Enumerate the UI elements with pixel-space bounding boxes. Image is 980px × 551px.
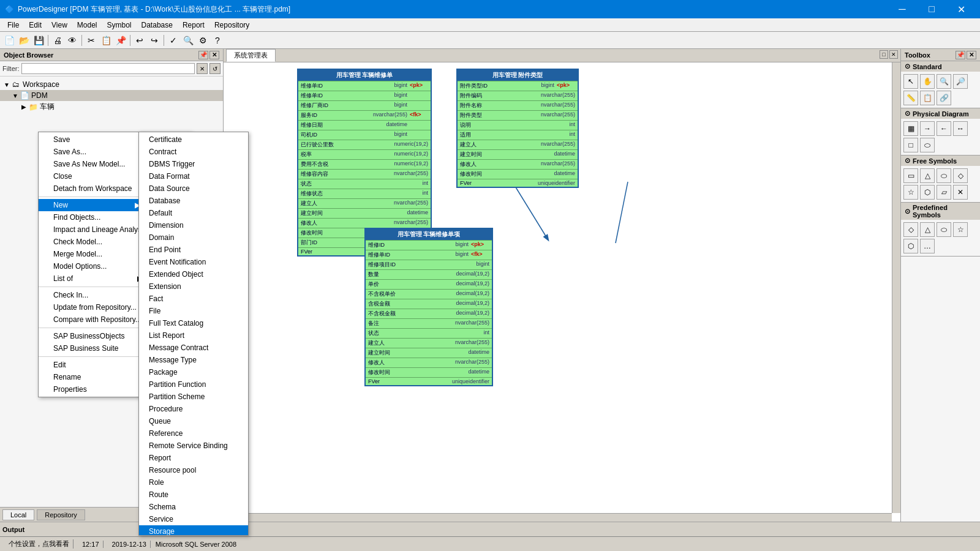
sub-data-source[interactable]: Data Source bbox=[139, 182, 248, 195]
sub-data-format[interactable]: Data Format bbox=[139, 170, 248, 182]
sub-full-text-catalog[interactable]: Full Text Catalog bbox=[139, 317, 248, 329]
h-scrollbar[interactable] bbox=[224, 513, 892, 522]
sub-partition-scheme[interactable]: Partition Scheme bbox=[139, 391, 248, 403]
tree-item-pdm[interactable]: ▼ 📄 PDM bbox=[0, 90, 223, 101]
sub-procedure[interactable]: Procedure bbox=[139, 403, 248, 415]
panel-close-btn[interactable]: ✕ bbox=[209, 51, 219, 59]
toolbar-undo[interactable]: ↩ bbox=[133, 34, 146, 47]
sub-list-report[interactable]: List Report bbox=[139, 329, 248, 342]
menu-model[interactable]: Model bbox=[72, 20, 102, 31]
sub-dimension[interactable]: Dimension bbox=[139, 219, 248, 231]
sub-dbms-trigger[interactable]: DBMS Trigger bbox=[139, 158, 248, 170]
filter-clear-btn[interactable]: ✕ bbox=[197, 63, 208, 74]
tab-local[interactable]: Local bbox=[2, 509, 34, 520]
toolbox-close-btn[interactable]: ✕ bbox=[967, 51, 976, 59]
sub-fact[interactable]: Fact bbox=[139, 293, 248, 305]
table-attachment-type[interactable]: 用车管理 附件类型 附件类型IDbigint<pk> 附件编码nvarchar(… bbox=[456, 69, 579, 188]
sub-contract[interactable]: Contract bbox=[139, 146, 248, 158]
sub-schema[interactable]: Schema bbox=[139, 501, 248, 513]
toolbar-settings[interactable]: ⚙ bbox=[196, 34, 209, 47]
sub-end-point[interactable]: End Point bbox=[139, 244, 248, 256]
tool-zoom-out[interactable]: 🔎 bbox=[953, 74, 968, 89]
tool-free-tri[interactable]: △ bbox=[920, 168, 935, 183]
tool-ellipse[interactable]: ⬭ bbox=[920, 138, 935, 152]
expand-vehicle[interactable]: ▶ bbox=[20, 103, 28, 111]
tool-note[interactable]: 📋 bbox=[920, 91, 935, 105]
sub-message-contract[interactable]: Message Contract bbox=[139, 342, 248, 354]
close-btn[interactable]: ✕ bbox=[947, 0, 975, 18]
sub-message-type[interactable]: Message Type bbox=[139, 354, 248, 366]
tool-free-para[interactable]: ▱ bbox=[937, 185, 951, 200]
sub-package[interactable]: Package bbox=[139, 366, 248, 378]
sub-resource-pool[interactable]: Resource pool bbox=[139, 464, 248, 476]
diagram-canvas[interactable]: 用车管理 车辆维修单 维修单IDbigint<pk> 维修单IDbigint 维… bbox=[224, 62, 900, 522]
toolbox-standard-header[interactable]: ⊙ Standard bbox=[901, 61, 980, 72]
sub-extension[interactable]: Extension bbox=[139, 280, 248, 293]
tool-pred-hex[interactable]: ⬡ bbox=[903, 239, 918, 253]
menu-symbol[interactable]: Symbol bbox=[102, 20, 137, 31]
tab-repository[interactable]: Repository bbox=[37, 509, 85, 520]
tool-zoom-in[interactable]: 🔍 bbox=[937, 74, 951, 89]
sub-certificate[interactable]: Certificate bbox=[139, 133, 248, 146]
tool-free-diamond[interactable]: ◇ bbox=[953, 168, 968, 183]
tool-rect[interactable]: □ bbox=[903, 138, 918, 152]
sub-partition-function[interactable]: Partition Function bbox=[139, 378, 248, 391]
minimize-btn[interactable]: ─ bbox=[888, 0, 916, 18]
tool-free-cross[interactable]: ✕ bbox=[953, 185, 968, 200]
toolbox-free-header[interactable]: ⊙ Free Symbols bbox=[901, 156, 980, 166]
table-repair-item[interactable]: 用车管理 车辆维修单项 维修IDbigint<pk> 维修单IDbigint<f… bbox=[364, 228, 493, 386]
tool-hand[interactable]: ✋ bbox=[920, 74, 935, 89]
tool-pred-tri[interactable]: △ bbox=[920, 222, 935, 237]
tool-pred-star[interactable]: ☆ bbox=[953, 222, 968, 237]
toolbar-check[interactable]: ✓ bbox=[167, 34, 180, 47]
tool-link[interactable]: 🔗 bbox=[937, 91, 951, 105]
sub-queue[interactable]: Queue bbox=[139, 415, 248, 427]
tool-free-ellipse[interactable]: ⬭ bbox=[937, 168, 951, 183]
menu-file[interactable]: File bbox=[2, 20, 24, 31]
expand-pdm[interactable]: ▼ bbox=[11, 91, 20, 100]
panel-pin-btn[interactable]: 📌 bbox=[198, 51, 208, 59]
menu-repository[interactable]: Repository bbox=[209, 20, 254, 31]
tool-pred-ellipse[interactable]: ⬭ bbox=[937, 222, 951, 237]
toolbar-print[interactable]: 🖨 bbox=[51, 34, 64, 47]
toolbar-save[interactable]: 💾 bbox=[32, 34, 45, 47]
sub-extended-object[interactable]: Extended Object bbox=[139, 268, 248, 280]
menu-view[interactable]: View bbox=[47, 20, 72, 31]
sub-report[interactable]: Report bbox=[139, 452, 248, 464]
toolbox-pin-btn[interactable]: 📌 bbox=[956, 51, 965, 59]
sub-role[interactable]: Role bbox=[139, 476, 248, 489]
sub-default[interactable]: Default bbox=[139, 207, 248, 219]
tree-item-vehicle[interactable]: ▶ 📁 车辆 bbox=[0, 101, 223, 113]
tool-arrow-left[interactable]: ← bbox=[937, 121, 951, 136]
tool-measure[interactable]: 📏 bbox=[903, 91, 918, 105]
toolbar-copy[interactable]: 📋 bbox=[99, 34, 113, 47]
maximize-btn[interactable]: □ bbox=[918, 0, 946, 18]
tree-item-workspace[interactable]: ▼ 🗂 Workspace bbox=[0, 79, 223, 90]
expand-workspace[interactable]: ▼ bbox=[2, 80, 11, 89]
sub-database[interactable]: Database bbox=[139, 195, 248, 207]
tool-free-hex[interactable]: ⬡ bbox=[920, 185, 935, 200]
toolbar-help[interactable]: ? bbox=[211, 34, 224, 47]
toolbar-cut[interactable]: ✂ bbox=[85, 34, 98, 47]
tab-system-table[interactable]: 系统管理表 bbox=[226, 49, 276, 62]
tool-pred-more[interactable]: … bbox=[920, 239, 935, 253]
diagram-close-btn[interactable]: ✕ bbox=[889, 50, 898, 59]
toolbar-new[interactable]: 📄 bbox=[2, 34, 16, 47]
tool-arrow-right[interactable]: → bbox=[920, 121, 935, 136]
tool-select[interactable]: ↖ bbox=[903, 74, 918, 89]
sub-domain[interactable]: Domain bbox=[139, 231, 248, 244]
toolbar-paste[interactable]: 📌 bbox=[114, 34, 127, 47]
toolbox-predefined-header[interactable]: ⊙ Predefined Symbols bbox=[901, 203, 980, 220]
tool-pred-diamond[interactable]: ◇ bbox=[903, 222, 918, 237]
menu-report[interactable]: Report bbox=[178, 20, 209, 31]
tool-free-rect[interactable]: ▭ bbox=[903, 168, 918, 183]
sub-remote-service-binding[interactable]: Remote Service Binding bbox=[139, 440, 248, 452]
filter-input[interactable] bbox=[21, 63, 195, 74]
sub-storage[interactable]: Storage bbox=[139, 525, 248, 536]
sub-route[interactable]: Route bbox=[139, 489, 248, 501]
tool-free-star[interactable]: ☆ bbox=[903, 185, 918, 200]
sub-reference[interactable]: Reference bbox=[139, 427, 248, 440]
diagram-float-btn[interactable]: □ bbox=[880, 50, 888, 59]
tool-table[interactable]: ▦ bbox=[903, 121, 918, 136]
menu-edit[interactable]: Edit bbox=[24, 20, 47, 31]
